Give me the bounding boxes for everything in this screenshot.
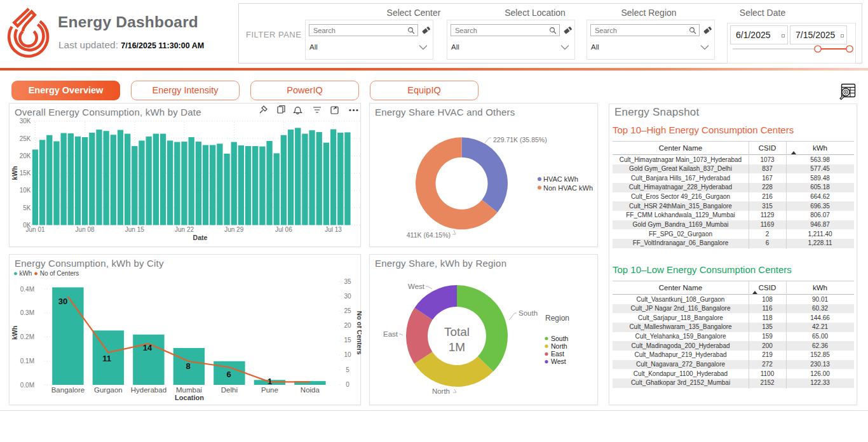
svg-text:Hyderabad: Hyderabad xyxy=(131,386,166,394)
svg-text:Jun 08: Jun 08 xyxy=(76,226,95,233)
svg-text:20: 20 xyxy=(344,322,351,329)
svg-text:0.1M: 0.1M xyxy=(20,358,34,365)
svg-text:Non HVAC kWh: Non HVAC kWh xyxy=(543,184,593,192)
svg-text:Gurgaon: Gurgaon xyxy=(94,386,123,394)
svg-text:Jun 01: Jun 01 xyxy=(25,226,44,233)
svg-text:5: 5 xyxy=(346,366,349,373)
svg-text:10: 10 xyxy=(344,351,351,358)
svg-text:East: East xyxy=(551,350,564,358)
svg-text:14: 14 xyxy=(143,343,153,352)
svg-text:Jun 22: Jun 22 xyxy=(175,226,194,233)
svg-text:kWh: kWh xyxy=(11,166,18,180)
svg-text:Location: Location xyxy=(175,394,204,401)
svg-text:229.71K (35.85%): 229.71K (35.85%) xyxy=(493,136,547,144)
svg-text:Mumbai: Mumbai xyxy=(176,386,202,394)
svg-text:1M: 1M xyxy=(449,340,465,354)
svg-text:East: East xyxy=(383,330,398,338)
svg-text:Total: Total xyxy=(444,325,470,338)
svg-text:6: 6 xyxy=(226,370,231,379)
svg-text:Jul 13: Jul 13 xyxy=(325,226,342,233)
svg-text:Delhi: Delhi xyxy=(221,386,238,394)
svg-text:South: South xyxy=(519,309,538,317)
svg-text:0.0M: 0.0M xyxy=(20,382,34,389)
svg-text:West: West xyxy=(408,283,425,290)
svg-text:0.3M: 0.3M xyxy=(20,309,34,316)
svg-text:No of Centers: No of Centers xyxy=(356,311,362,355)
svg-text:10K: 10K xyxy=(20,187,31,194)
svg-text:Jun 15: Jun 15 xyxy=(125,226,144,233)
svg-text:Jul 06: Jul 06 xyxy=(275,226,292,233)
svg-text:30: 30 xyxy=(58,297,67,306)
svg-text:West: West xyxy=(551,358,566,365)
svg-text:Noida: Noida xyxy=(301,386,320,394)
svg-text:30K: 30K xyxy=(20,117,31,124)
svg-text:Bangalore: Bangalore xyxy=(51,386,85,394)
svg-text:0: 0 xyxy=(346,381,349,388)
svg-text:25: 25 xyxy=(344,307,351,314)
svg-text:Date: Date xyxy=(193,234,208,241)
svg-text:8: 8 xyxy=(186,361,190,371)
svg-text:11: 11 xyxy=(102,354,111,363)
svg-text:1: 1 xyxy=(268,377,272,386)
svg-text:South: South xyxy=(551,335,569,342)
svg-text:35: 35 xyxy=(344,278,351,285)
svg-text:Jun 29: Jun 29 xyxy=(224,226,243,233)
svg-text:North: North xyxy=(551,342,567,350)
svg-text:411K (64.15%): 411K (64.15%) xyxy=(407,231,451,239)
svg-text:15: 15 xyxy=(344,337,351,344)
svg-text:30: 30 xyxy=(344,293,351,300)
svg-text:HVAC kWh: HVAC kWh xyxy=(543,175,578,183)
svg-text:North: North xyxy=(432,387,450,395)
svg-text:Region: Region xyxy=(545,314,569,323)
svg-text:kWh: kWh xyxy=(11,326,18,340)
svg-text:25K: 25K xyxy=(20,135,31,142)
svg-text:0.4M: 0.4M xyxy=(20,286,34,293)
svg-text:20K: 20K xyxy=(20,152,31,159)
svg-text:Pune: Pune xyxy=(261,386,278,394)
svg-text:0.2M: 0.2M xyxy=(20,333,34,340)
svg-text:15K: 15K xyxy=(20,170,31,177)
svg-text:5K: 5K xyxy=(23,204,31,211)
